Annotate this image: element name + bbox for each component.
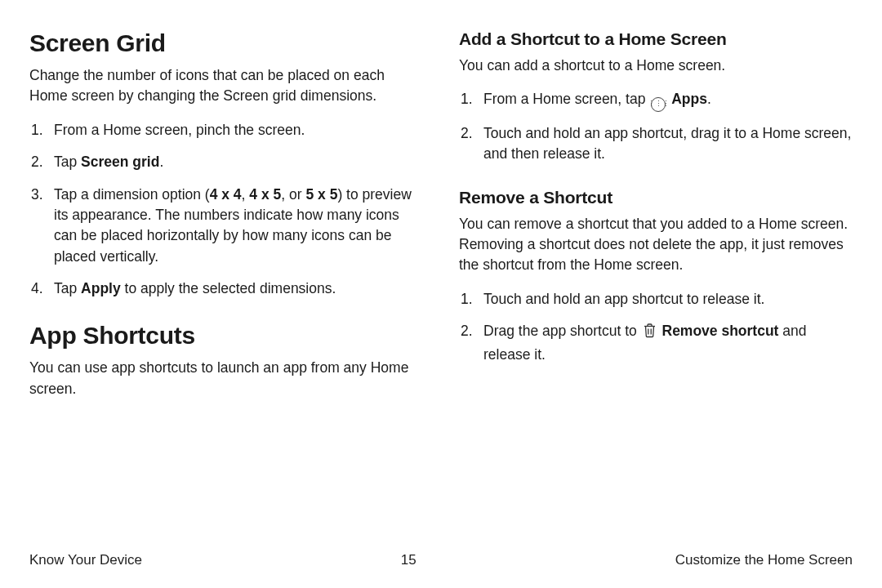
trash-icon	[643, 323, 657, 344]
step-item: Tap a dimension option (4 x 4, 4 x 5, or…	[29, 185, 423, 268]
page-footer: Know Your Device 15 Customize the Home S…	[29, 552, 853, 568]
step-text: Tap	[54, 280, 81, 296]
intro-remove-shortcut: You can remove a shortcut that you added…	[459, 214, 853, 276]
step-text: Drag the app shortcut to	[483, 323, 641, 339]
step-text: ,	[242, 186, 250, 203]
step-item: Tap Screen grid.	[29, 152, 423, 172]
apps-icon: ⋮⋮⋮	[651, 97, 666, 112]
footer-page-number: 15	[401, 552, 416, 568]
step-text: .	[159, 154, 163, 170]
steps-screen-grid: From a Home screen, pinch the screen. Ta…	[29, 120, 423, 300]
bold-apply: Apply	[81, 280, 121, 296]
heading-remove-shortcut: Remove a Shortcut	[459, 188, 853, 207]
bold-screen-grid: Screen grid	[81, 154, 159, 170]
heading-screen-grid: Screen Grid	[29, 29, 423, 57]
step-item: Touch and hold an app shortcut to releas…	[459, 289, 853, 310]
steps-remove-shortcut: Touch and hold an app shortcut to releas…	[459, 289, 853, 365]
step-text: , or	[281, 186, 305, 203]
footer-left: Know Your Device	[29, 552, 142, 568]
step-item: From a Home screen, tap ⋮⋮⋮ Apps.	[459, 89, 853, 112]
heading-add-shortcut: Add a Shortcut to a Home Screen	[459, 29, 853, 49]
bold-remove-shortcut: Remove shortcut	[662, 323, 779, 339]
bold-dim-5x5: 5 x 5	[305, 186, 337, 203]
footer-right: Customize the Home Screen	[675, 552, 853, 568]
step-text: to apply the selected dimensions.	[121, 280, 336, 296]
intro-app-shortcuts: You can use app shortcuts to launch an a…	[29, 358, 423, 399]
intro-add-shortcut: You can add a shortcut to a Home screen.	[459, 56, 853, 76]
step-item: Drag the app shortcut to Remove shortcut…	[459, 321, 853, 365]
step-item: Touch and hold an app shortcut, drag it …	[459, 123, 853, 165]
step-text: Tap a dimension option (	[54, 186, 210, 203]
step-text: From a Home screen, tap	[483, 91, 649, 107]
left-column: Screen Grid Change the number of icons t…	[29, 29, 423, 412]
step-item: Tap Apply to apply the selected dimensio…	[29, 278, 423, 299]
bold-dim-4x4: 4 x 4	[210, 186, 242, 203]
step-item: From a Home screen, pinch the screen.	[29, 120, 423, 140]
heading-app-shortcuts: App Shortcuts	[29, 322, 423, 350]
step-text: .	[707, 91, 711, 107]
bold-apps: Apps	[671, 91, 707, 107]
content-columns: Screen Grid Change the number of icons t…	[29, 29, 853, 412]
right-column: Add a Shortcut to a Home Screen You can …	[459, 29, 853, 412]
step-text: Tap	[54, 154, 81, 170]
bold-dim-4x5: 4 x 5	[249, 186, 281, 203]
steps-add-shortcut: From a Home screen, tap ⋮⋮⋮ Apps. Touch …	[459, 89, 853, 164]
intro-screen-grid: Change the number of icons that can be p…	[29, 65, 423, 107]
